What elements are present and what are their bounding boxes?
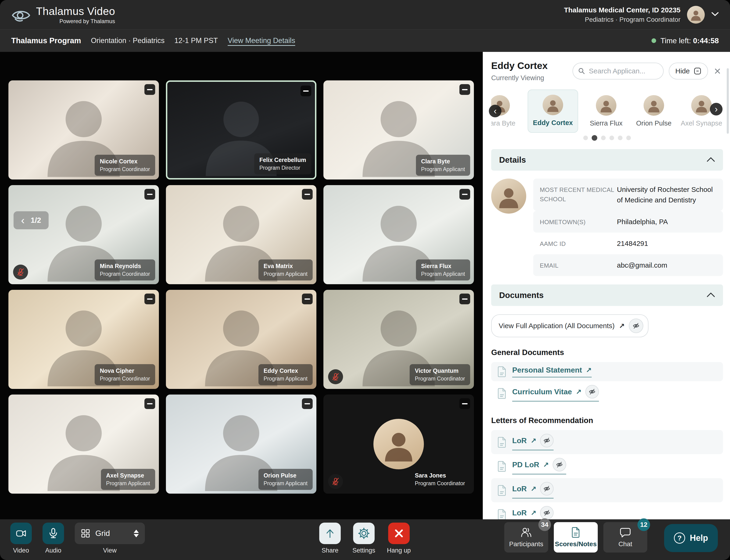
video-tile-mina-reynolds: Mina Reynolds Program Coordinator (8, 185, 159, 284)
document-link-wrap[interactable]: PD LoR ↗ (512, 458, 566, 474)
participants-panel-button[interactable]: 34 Participants (504, 522, 548, 553)
carousel-item-sierra-flux[interactable]: Sierra Flux (586, 95, 626, 127)
audio-toggle-button[interactable] (43, 523, 64, 544)
video-control: Video (10, 523, 32, 554)
chevron-down-icon[interactable] (711, 12, 719, 18)
sidebar-scrollbar[interactable] (727, 68, 729, 134)
pagination-dot[interactable] (618, 136, 622, 140)
help-button[interactable]: ? Help (664, 524, 718, 552)
tile-name-tag: Axel Synapse Program Applicant (101, 469, 155, 490)
hide-document-button[interactable] (540, 434, 553, 447)
mic-off-icon (332, 373, 340, 381)
carousel-prev-button[interactable]: ‹ (489, 105, 501, 117)
chevron-up-icon[interactable] (707, 157, 715, 163)
pagination-dot[interactable] (626, 136, 631, 140)
applicant-search[interactable] (572, 63, 664, 79)
video-toggle-button[interactable] (10, 523, 32, 544)
applicant-avatar (691, 95, 712, 116)
scores-notes-icon (570, 527, 581, 538)
chat-panel-button[interactable]: 12 Chat (603, 522, 647, 553)
hide-document-button[interactable] (553, 458, 566, 471)
tile-minimize-button[interactable] (459, 189, 470, 200)
tile-minimize-button[interactable] (459, 294, 470, 304)
tile-minimize-button[interactable] (459, 398, 470, 409)
document-link-wrap[interactable]: LoR ↗ (512, 506, 553, 520)
carousel-item-eddy-cortex-selected[interactable]: Eddy Cortex (528, 90, 578, 133)
carousel-item-orion-pulse[interactable]: Orion Pulse (634, 95, 673, 127)
settings-button[interactable] (353, 523, 374, 544)
hide-document-button[interactable] (540, 482, 553, 495)
avatar-silhouette (644, 96, 663, 116)
account-avatar[interactable] (687, 6, 705, 24)
hang-up-button[interactable] (388, 523, 409, 544)
participant-role: Program Coordinator (100, 376, 150, 382)
share-button[interactable] (319, 523, 341, 544)
time-left-text: Time left: 0:44:58 (660, 36, 719, 45)
chevron-left-icon[interactable]: ‹ (21, 216, 25, 225)
documents-section-header[interactable]: Documents (491, 284, 723, 306)
tile-minimize-button[interactable] (144, 398, 155, 409)
tile-minimize-button[interactable] (302, 294, 313, 304)
avatar-silhouette (543, 96, 562, 115)
hide-document-button[interactable] (629, 319, 643, 333)
document-link[interactable]: LoR (512, 509, 527, 517)
hide-panel-button[interactable]: Hide (669, 63, 708, 79)
participant-role: Program Applicant (106, 480, 150, 487)
session-title: Orientation · Pediatrics (91, 36, 165, 45)
tile-minimize-button[interactable] (302, 189, 313, 200)
document-link-wrap[interactable]: LoR ↗ (512, 434, 553, 450)
view-control: Grid View (75, 523, 145, 554)
tile-minimize-button[interactable] (301, 86, 311, 96)
grid-page-nav[interactable]: ‹ 1/2 (14, 211, 49, 229)
document-link[interactable]: PD LoR (512, 460, 539, 469)
details-section-header[interactable]: Details (491, 149, 723, 171)
pagination-dot[interactable] (601, 136, 606, 140)
tile-minimize-button[interactable] (144, 84, 155, 95)
settings-label: Settings (353, 547, 375, 554)
search-input[interactable] (588, 67, 658, 75)
pagination-dot-active[interactable] (592, 135, 597, 141)
applicant-name-label: Eddy Cortex (533, 119, 573, 127)
app-window: Thalamus Video Powered by Thalamus Thala… (0, 0, 730, 560)
carousel-pagination-dots[interactable] (491, 135, 723, 141)
document-row-curriculum-vitae: Curriculum Vitae ↗ (491, 381, 723, 405)
tile-minimize-button[interactable] (144, 189, 155, 200)
tile-minimize-button[interactable] (302, 398, 313, 409)
documents-section-title: Documents (499, 291, 544, 300)
document-link[interactable]: Curriculum Vitae (512, 388, 572, 396)
brand-logo: Thalamus Video Powered by Thalamus (11, 5, 115, 25)
view-full-application-label: View Full Application (All Documents) (499, 322, 615, 330)
eye-off-icon (543, 485, 550, 492)
hide-document-button[interactable] (585, 385, 599, 398)
view-mode-dropdown[interactable]: Grid (75, 523, 145, 544)
close-sidebar-button[interactable]: × (714, 65, 721, 77)
document-link[interactable]: Personal Statement (512, 366, 582, 374)
scores-notes-panel-button[interactable]: Scores/Notes (554, 522, 598, 553)
tile-minimize-button[interactable] (144, 294, 155, 304)
participant-role: Program Coordinator (415, 376, 465, 382)
participant-name: Sierra Flux (421, 263, 465, 269)
tile-minimize-button[interactable] (459, 84, 470, 95)
pagination-dot[interactable] (609, 136, 614, 140)
bottom-control-bar: Video Audio Grid View (0, 519, 730, 560)
carousel-next-button[interactable]: › (710, 103, 723, 115)
pagination-dot[interactable] (583, 136, 588, 140)
detail-value: abc@gmail.com (617, 260, 716, 270)
document-link-wrap[interactable]: Personal Statement ↗ (512, 366, 592, 377)
document-link-wrap[interactable]: LoR ↗ (512, 482, 553, 499)
hide-document-button[interactable] (540, 506, 553, 520)
tile-name-tag: Sierra Flux Program Applicant (416, 259, 470, 280)
share-control: Share (319, 523, 341, 554)
account-menu[interactable]: Thalamus Medical Center, ID 20235 Pediat… (564, 6, 719, 24)
view-meeting-details-link[interactable]: View Meeting Details (228, 36, 295, 45)
mic-icon (48, 528, 59, 539)
document-link[interactable]: LoR (512, 436, 527, 445)
document-link[interactable]: LoR (512, 485, 527, 493)
avatar-silhouette (493, 181, 525, 214)
chevron-up-icon[interactable] (707, 292, 715, 298)
view-full-application-button[interactable]: View Full Application (All Documents) ↗ (491, 314, 648, 337)
video-stage: Nicole Cortex Program Coordinator Felix … (0, 52, 483, 520)
tile-name-tag: Victor Quantum Program Coordinator (409, 364, 470, 385)
document-link-wrap[interactable]: Curriculum Vitae ↗ (512, 385, 599, 402)
minus-icon (462, 194, 467, 195)
